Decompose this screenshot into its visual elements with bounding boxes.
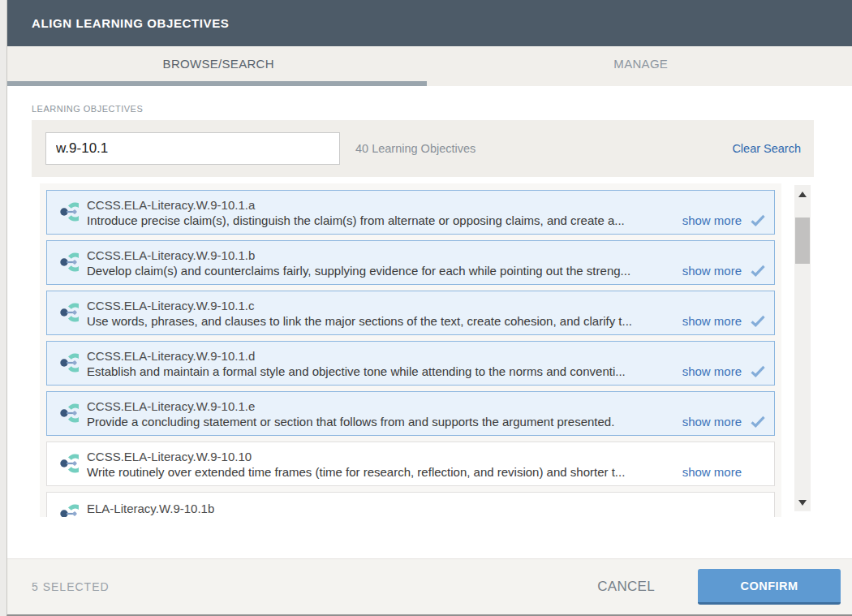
objective-text: CCSS.ELA-Literacy.W.9-10.1.a Introduce p… bbox=[87, 197, 774, 228]
tab-bar: BROWSE/SEARCH MANAGE bbox=[7, 46, 852, 86]
selected-check-icon bbox=[750, 365, 766, 377]
objective-description: Establish and maintain a formal style an… bbox=[87, 364, 678, 379]
objective-description-line: Introduce precise claim(s), distinguish … bbox=[87, 213, 772, 228]
show-more-link[interactable]: show more bbox=[682, 313, 742, 329]
show-more-link[interactable]: show more bbox=[682, 213, 742, 228]
confirm-button[interactable]: CONFIRM bbox=[698, 569, 841, 605]
dialog-header: ALIGN LEARNING OBJECTIVES bbox=[7, 0, 852, 46]
results-count: 40 Learning Objectives bbox=[355, 120, 475, 177]
objective-description-line bbox=[87, 516, 772, 518]
show-more-link[interactable]: show more bbox=[682, 414, 742, 429]
objective-target-icon bbox=[54, 302, 79, 324]
show-more-link[interactable]: show more bbox=[682, 464, 742, 480]
objective-text: CCSS.ELA-Literacy.W.9-10.1.b Develop cla… bbox=[87, 248, 774, 278]
objective-target-icon bbox=[54, 453, 79, 475]
selected-check-icon bbox=[750, 315, 766, 327]
clear-search-link[interactable]: Clear Search bbox=[732, 120, 801, 177]
objective-code: CCSS.ELA-Literacy.W.9-10.1.c bbox=[87, 298, 772, 313]
objective-code: CCSS.ELA-Literacy.W.9-10.1.a bbox=[87, 197, 772, 213]
objective-description-line: Develop claim(s) and counterclaims fairl… bbox=[87, 263, 772, 278]
objective-text: CCSS.ELA-Literacy.W.9-10.1.c Use words, … bbox=[87, 298, 774, 329]
scroll-up-button[interactable] bbox=[794, 187, 811, 201]
dialog-footer: 5 SELECTED CANCEL CONFIRM bbox=[7, 558, 852, 614]
objective-description: Use words, phrases, and clauses to link … bbox=[87, 313, 678, 329]
objective-row[interactable]: CCSS.ELA-Literacy.W.9-10.1.c Use words, … bbox=[46, 291, 775, 335]
scrollbar-thumb[interactable] bbox=[795, 218, 810, 264]
objective-target-icon bbox=[54, 403, 79, 424]
objective-description-line: Provide a concluding statement or sectio… bbox=[87, 414, 772, 429]
objective-row[interactable]: CCSS.ELA-Literacy.W.9-10.1.e Provide a c… bbox=[46, 391, 775, 436]
align-learning-objectives-dialog: ALIGN LEARNING OBJECTIVES BROWSE/SEARCH … bbox=[6, 0, 852, 616]
tab-manage[interactable]: MANAGE bbox=[430, 46, 852, 86]
page-background-edge bbox=[0, 0, 6, 616]
dialog-title: ALIGN LEARNING OBJECTIVES bbox=[32, 16, 229, 30]
selected-check-icon bbox=[750, 265, 766, 277]
objective-description: Develop claim(s) and counterclaims fairl… bbox=[87, 263, 678, 278]
objective-row[interactable]: CCSS.ELA-Literacy.W.9-10.1.a Introduce p… bbox=[46, 190, 775, 235]
objective-row[interactable]: CCSS.ELA-Literacy.W.9-10.10 Write routin… bbox=[46, 442, 775, 486]
objective-target-icon bbox=[54, 503, 79, 517]
scroll-down-button[interactable] bbox=[794, 495, 811, 510]
objective-code: ELA-Literacy.W.9-10.1b bbox=[87, 501, 772, 516]
objective-row[interactable]: CCSS.ELA-Literacy.W.9-10.1.d Establish a… bbox=[46, 341, 775, 386]
objective-description: Write routinely over extended time frame… bbox=[87, 464, 678, 480]
objective-description: Introduce precise claim(s), distinguish … bbox=[87, 213, 678, 228]
objective-text: CCSS.ELA-Literacy.W.9-10.10 Write routin… bbox=[87, 449, 774, 480]
tab-browse-search-label: BROWSE/SEARCH bbox=[163, 57, 274, 71]
active-tab-indicator bbox=[7, 81, 427, 86]
learning-objectives-section-label: LEARNING OBJECTIVES bbox=[32, 104, 143, 114]
scroll-down-arrow-icon bbox=[798, 500, 807, 506]
search-section: 40 Learning Objectives Clear Search bbox=[32, 120, 814, 177]
objective-row[interactable]: ELA-Literacy.W.9-10.1b bbox=[46, 492, 775, 517]
objective-code: CCSS.ELA-Literacy.W.9-10.1.b bbox=[87, 248, 772, 263]
tab-manage-label: MANAGE bbox=[613, 57, 668, 71]
objective-search-input[interactable] bbox=[45, 132, 340, 165]
objective-code: CCSS.ELA-Literacy.W.9-10.1.e bbox=[87, 398, 772, 414]
selected-check-icon bbox=[750, 214, 766, 226]
objective-target-icon bbox=[54, 252, 79, 274]
selected-count: 5 SELECTED bbox=[32, 580, 110, 593]
tab-browse-search[interactable]: BROWSE/SEARCH bbox=[7, 46, 430, 86]
objective-target-icon bbox=[54, 352, 79, 374]
objective-target-icon bbox=[54, 201, 79, 223]
objective-text: CCSS.ELA-Literacy.W.9-10.1.d Establish a… bbox=[87, 348, 774, 379]
objective-description-line: Write routinely over extended time frame… bbox=[87, 464, 772, 480]
objective-text: CCSS.ELA-Literacy.W.9-10.1.e Provide a c… bbox=[87, 398, 774, 429]
objective-code: CCSS.ELA-Literacy.W.9-10.10 bbox=[87, 449, 772, 464]
show-more-link[interactable]: show more bbox=[682, 364, 742, 379]
cancel-button[interactable]: CANCEL bbox=[597, 579, 655, 595]
objective-description-line: Use words, phrases, and clauses to link … bbox=[87, 313, 772, 329]
objective-row[interactable]: CCSS.ELA-Literacy.W.9-10.1.b Develop cla… bbox=[46, 240, 775, 285]
selected-check-icon bbox=[750, 416, 766, 428]
objective-text: ELA-Literacy.W.9-10.1b bbox=[87, 501, 774, 518]
objective-code: CCSS.ELA-Literacy.W.9-10.1.d bbox=[87, 348, 772, 364]
list-scrollbar[interactable] bbox=[794, 185, 811, 511]
objective-description: Provide a concluding statement or sectio… bbox=[87, 414, 678, 429]
objectives-list: CCSS.ELA-Literacy.W.9-10.1.a Introduce p… bbox=[40, 183, 781, 517]
footer-actions: CANCEL CONFIRM bbox=[597, 569, 852, 605]
show-more-link[interactable]: show more bbox=[682, 263, 742, 278]
scroll-up-arrow-icon bbox=[798, 192, 807, 197]
objective-description-line: Establish and maintain a formal style an… bbox=[87, 364, 772, 379]
